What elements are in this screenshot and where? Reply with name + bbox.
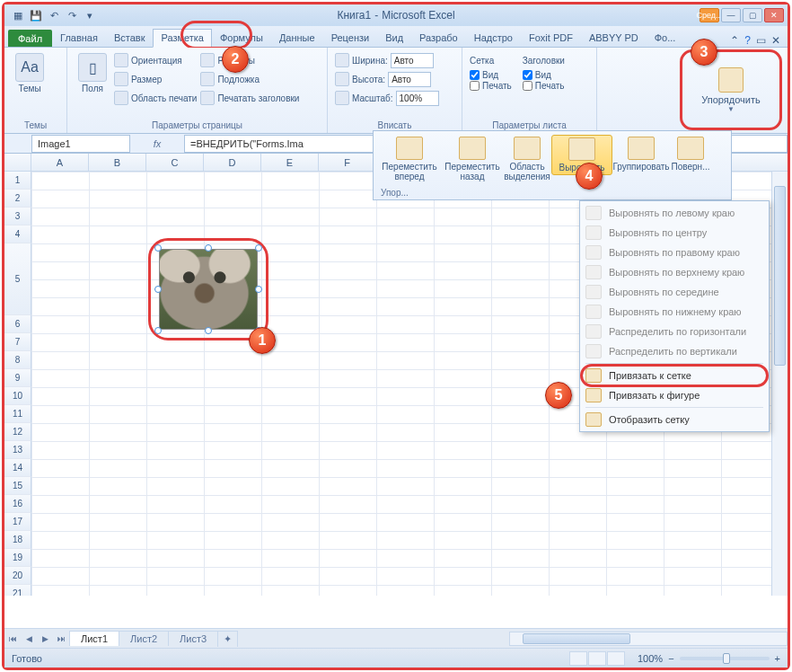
align-left-item[interactable]: Выровнять по левому краю <box>582 203 767 223</box>
window-restore-icon[interactable]: ▭ <box>756 34 766 47</box>
row-header[interactable]: 14 <box>4 459 31 477</box>
minimize-ribbon-icon[interactable]: ⌃ <box>730 34 739 47</box>
tab-foxit[interactable]: Foxit PDF <box>521 29 581 47</box>
embedded-image[interactable] <box>159 249 258 330</box>
tab-data[interactable]: Данные <box>271 29 323 47</box>
themes-button[interactable]: Aa Темы <box>12 51 48 95</box>
height-input[interactable] <box>388 72 431 87</box>
row-header[interactable]: 4 <box>4 225 31 243</box>
sheet-nav-next[interactable]: ▶ <box>37 631 53 647</box>
context-tab-tools[interactable]: Сред... <box>700 8 719 22</box>
tab-file[interactable]: Файл <box>8 30 52 47</box>
col-header[interactable]: A <box>31 154 89 171</box>
row-header[interactable]: 13 <box>4 441 31 459</box>
vertical-scrollbar[interactable] <box>771 172 788 596</box>
col-header[interactable]: D <box>204 154 261 171</box>
scrollbar-thumb[interactable] <box>523 633 630 644</box>
zoom-out-button[interactable]: − <box>668 653 673 664</box>
doc-close-icon[interactable]: ✕ <box>771 34 780 47</box>
view-page-layout-button[interactable] <box>588 651 606 666</box>
zoom-thumb[interactable] <box>723 653 730 664</box>
width-input[interactable] <box>391 53 434 68</box>
name-box[interactable] <box>31 135 130 153</box>
col-header[interactable]: F <box>319 154 376 171</box>
col-header[interactable]: E <box>261 154 319 171</box>
tab-addins[interactable]: Надстро <box>466 29 521 47</box>
select-all-corner[interactable] <box>4 154 31 171</box>
tab-abbyy[interactable]: ABBYY PD <box>581 29 647 47</box>
resize-handle[interactable] <box>205 244 212 252</box>
row-header[interactable]: 7 <box>4 333 31 351</box>
resize-handle[interactable] <box>154 327 162 334</box>
bring-forward-button[interactable]: Переместить вперед <box>379 135 440 183</box>
view-normal-button[interactable] <box>569 651 587 666</box>
tab-view[interactable]: Вид <box>377 29 411 47</box>
row-header[interactable]: 9 <box>4 369 31 387</box>
fx-icon[interactable]: fx <box>130 138 184 149</box>
row-header[interactable]: 11 <box>4 405 31 423</box>
row-header[interactable]: 5 <box>4 243 31 315</box>
save-icon[interactable]: 💾 <box>28 7 44 23</box>
margins-button[interactable]: ▯ Поля <box>75 51 110 95</box>
row-header[interactable]: 18 <box>4 531 31 549</box>
row-header[interactable]: 6 <box>4 315 31 333</box>
undo-icon[interactable]: ↶ <box>46 7 62 23</box>
zoom-slider[interactable] <box>680 657 770 660</box>
orientation-button[interactable]: Ориентация <box>114 51 197 69</box>
scale-input[interactable] <box>396 91 439 106</box>
row-header[interactable]: 3 <box>4 208 31 225</box>
row-header[interactable]: 8 <box>4 351 31 369</box>
align-bottom-item[interactable]: Выровнять по нижнему краю <box>582 302 767 322</box>
zoom-label[interactable]: 100% <box>638 653 663 664</box>
selection-pane-button[interactable]: Область выделения <box>505 135 550 183</box>
group-button[interactable]: Группировать <box>614 135 668 173</box>
tab-insert[interactable]: Вставк <box>106 29 154 47</box>
row-header[interactable]: 21 <box>4 585 31 596</box>
minimize-button[interactable]: — <box>721 8 741 22</box>
row-header[interactable]: 1 <box>4 172 31 190</box>
tab-developer[interactable]: Разрабо <box>411 29 466 47</box>
headings-print-check[interactable]: Печать <box>523 81 565 91</box>
resize-handle[interactable] <box>154 286 162 293</box>
grid-view-check[interactable]: Вид <box>470 70 512 80</box>
row-header[interactable]: 12 <box>4 423 31 441</box>
maximize-button[interactable]: ▢ <box>743 8 762 22</box>
grid-print-check[interactable]: Печать <box>470 81 512 91</box>
size-button[interactable]: Размер <box>114 70 197 88</box>
row-header[interactable]: 15 <box>4 477 31 495</box>
tab-format[interactable]: Фо... <box>647 29 684 47</box>
background-button[interactable]: Подложка <box>200 70 299 88</box>
breaks-button[interactable]: Разрывы <box>200 51 299 69</box>
row-header[interactable]: 17 <box>4 513 31 531</box>
col-header[interactable]: C <box>146 154 204 171</box>
row-header[interactable]: 10 <box>4 387 31 405</box>
scrollbar-thumb[interactable] <box>774 186 786 366</box>
zoom-in-button[interactable]: + <box>775 653 780 664</box>
tab-review[interactable]: Рецензи <box>323 29 378 47</box>
row-header[interactable]: 2 <box>4 190 31 208</box>
resize-handle[interactable] <box>255 244 262 252</box>
sheet-tab-2[interactable]: Лист2 <box>119 631 169 646</box>
print-titles-button[interactable]: Печатать заголовки <box>200 89 299 107</box>
sheet-tab-1[interactable]: Лист1 <box>69 631 119 646</box>
send-backward-button[interactable]: Переместить назад <box>442 135 503 183</box>
align-middle-item[interactable]: Выровнять по середине <box>582 282 767 302</box>
print-area-button[interactable]: Область печати <box>114 89 197 107</box>
align-center-item[interactable]: Выровнять по центру <box>582 223 767 243</box>
horizontal-scrollbar[interactable] <box>509 632 788 646</box>
view-page-break-button[interactable] <box>607 651 625 666</box>
resize-handle[interactable] <box>205 327 212 334</box>
headings-view-check[interactable]: Вид <box>523 70 565 80</box>
row-header[interactable]: 16 <box>4 495 31 513</box>
resize-handle[interactable] <box>154 244 162 252</box>
row-header[interactable]: 19 <box>4 549 31 567</box>
align-top-item[interactable]: Выровнять по верхнему краю <box>582 262 767 282</box>
row-header[interactable]: 20 <box>4 567 31 585</box>
snap-to-grid-item[interactable]: Привязать к сетке <box>582 366 767 385</box>
tab-home[interactable]: Главная <box>52 29 106 47</box>
qat-more-icon[interactable]: ▾ <box>82 7 98 23</box>
close-button[interactable]: ✕ <box>764 8 784 22</box>
resize-handle[interactable] <box>255 286 262 293</box>
distribute-v-item[interactable]: Распределить по вертикали <box>582 341 767 361</box>
align-right-item[interactable]: Выровнять по правому краю <box>582 243 767 262</box>
